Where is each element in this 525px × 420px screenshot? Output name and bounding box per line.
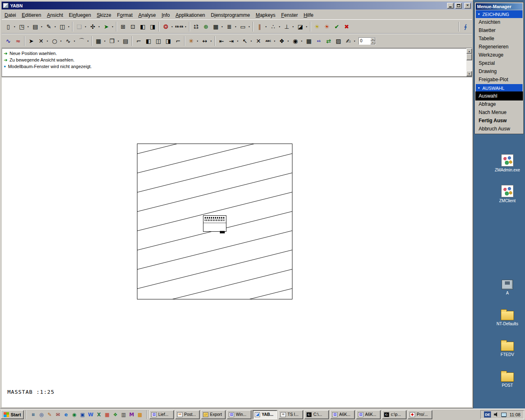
sheet-window-button[interactable]: ⊞: [119, 21, 128, 32]
eb-eb-button[interactable]: EB-EB▼: [175, 21, 187, 32]
menu-dienstprogramme[interactable]: Dienstprogramme: [208, 11, 253, 19]
dropdown-arrow-icon[interactable]: ▼: [236, 37, 240, 46]
task-c[interactable]: C:C:\...: [304, 410, 329, 419]
erase-button[interactable]: ✕▼: [37, 36, 49, 46]
notes-icon[interactable]: ✎: [46, 411, 53, 418]
scale-spinner-down-button[interactable]: ▼: [370, 41, 375, 44]
task-a6k[interactable]: ▤A6K...: [330, 410, 355, 419]
dropdown-arrow-icon[interactable]: ▼: [97, 22, 101, 31]
dropdown-arrow-icon[interactable]: ▼: [220, 22, 224, 31]
component-button[interactable]: ❑▼: [75, 21, 87, 32]
dropdown-arrow-icon[interactable]: ▼: [46, 37, 49, 46]
symbol-button[interactable]: ❖▼: [277, 36, 290, 46]
layers-button[interactable]: ≣▼: [225, 21, 237, 32]
dropdown-arrow-icon[interactable]: ▼: [53, 22, 57, 31]
palette-app-icon[interactable]: ▩: [136, 411, 144, 418]
menu-mapkeys[interactable]: Mapkeys: [253, 11, 278, 19]
volume-icon[interactable]: [494, 412, 498, 417]
decimal-digits-button[interactable]: a b 0.0: [192, 21, 201, 32]
fill-table-button[interactable]: ▤: [121, 36, 130, 46]
dropdown-arrow-icon[interactable]: ▼: [209, 37, 213, 46]
datum-points-button[interactable]: ∴▼: [269, 21, 281, 32]
dropdown-arrow-icon[interactable]: ▼: [278, 22, 281, 31]
desktop-icon-ftedv[interactable]: FTEDV: [491, 339, 524, 357]
task-yab[interactable]: ◪YAB...: [253, 410, 277, 419]
verify-deviation-button[interactable]: ≈: [14, 36, 23, 46]
annotate-button[interactable]: ✍▼: [344, 36, 356, 46]
dropdown-arrow-icon[interactable]: ▼: [67, 22, 71, 31]
maximize-button[interactable]: [455, 3, 462, 9]
menu-ansicht[interactable]: Ansicht: [44, 11, 66, 19]
grid-button[interactable]: ▦▼: [94, 36, 107, 46]
media-app-icon[interactable]: M: [128, 411, 135, 418]
attach-paperclip-button[interactable]: ∮: [461, 21, 470, 32]
dropdown-arrow-icon[interactable]: ▼: [13, 22, 16, 31]
arc-tool-button[interactable]: ⌒▼: [77, 36, 90, 46]
datum-csys-button[interactable]: ⊥▼: [282, 21, 295, 32]
dropdown-arrow-icon[interactable]: ▼: [196, 37, 199, 46]
menu-applikationen[interactable]: Applikationen: [173, 11, 208, 19]
display-tray-icon[interactable]: [501, 413, 507, 417]
desktop-icon-a[interactable]: A: [491, 278, 524, 296]
view-title-block[interactable]: [203, 215, 226, 232]
task-export[interactable]: ▱Export: [201, 410, 226, 419]
globe-button[interactable]: ⊕: [201, 21, 210, 32]
tolerance-button[interactable]: ±1: [314, 36, 323, 46]
menu-hilfe[interactable]: Hilfe: [301, 11, 316, 19]
grid-app-icon[interactable]: ▦: [103, 411, 111, 418]
dropdown-arrow-icon[interactable]: ▼: [86, 37, 90, 46]
dropdown-arrow-icon[interactable]: ▼: [249, 37, 253, 46]
mail-icon[interactable]: ✉: [54, 411, 62, 418]
dropdown-arrow-icon[interactable]: ▼: [305, 22, 308, 31]
sheet-split-button[interactable]: ◧: [138, 21, 147, 32]
internet-explorer-icon[interactable]: e: [62, 411, 70, 418]
balloon-button[interactable]: ◉▼: [291, 36, 304, 46]
spotlight-button[interactable]: ☀: [313, 21, 322, 32]
spline-tool-button[interactable]: ∿▼: [64, 36, 76, 46]
color-wheel-button[interactable]: ❂▼: [161, 21, 174, 32]
regenerate-run-button[interactable]: ➤▼: [102, 21, 114, 32]
display-window-button[interactable]: ▭▼: [238, 21, 251, 32]
dropdown-arrow-icon[interactable]: ▼: [84, 22, 87, 31]
corner-view-button[interactable]: ⌐: [134, 36, 143, 46]
save-button[interactable]: ◫▼: [58, 21, 71, 32]
dropdown-arrow-icon[interactable]: ▼: [40, 22, 43, 31]
title-bar[interactable]: YABN ✕: [2, 2, 472, 9]
snap-line-button[interactable]: ✳▼: [187, 36, 199, 46]
language-indicator[interactable]: DE: [484, 411, 491, 418]
dropdown-arrow-icon[interactable]: ▼: [103, 37, 107, 46]
new-file-button[interactable]: ▯▼: [4, 21, 16, 32]
menu-analyse[interactable]: Analyse: [135, 11, 159, 19]
menu-fenster[interactable]: Fenster: [278, 11, 301, 19]
task-win[interactable]: ▤Win...: [227, 410, 251, 419]
menu-info[interactable]: Info: [159, 11, 173, 19]
open-file-button[interactable]: ◳▼: [17, 21, 30, 32]
desktop-icon-zmadmin-exe[interactable]: ZMAdmin.exe: [491, 154, 524, 173]
task-pro[interactable]: ◆Pro/...: [408, 410, 432, 419]
drawing-canvas[interactable]: MASSTAB :1:25: [2, 77, 472, 407]
model-relations-button[interactable]: ✣▼: [88, 21, 101, 32]
corner-view-2-button[interactable]: ⌐: [173, 36, 183, 46]
move-left-button[interactable]: ⇤: [217, 36, 226, 46]
scale-spinner-up-button[interactable]: ▲: [370, 38, 375, 41]
dropdown-arrow-icon[interactable]: ▼: [116, 37, 120, 46]
desktop-icon-nt-defaults[interactable]: NT-Defaults: [491, 308, 524, 326]
dropdown-arrow-icon[interactable]: ▼: [247, 22, 251, 31]
confirm-button[interactable]: ✔: [332, 21, 341, 32]
task-lief[interactable]: ▤Lief...: [149, 410, 174, 419]
netscape-icon[interactable]: ◉: [71, 411, 78, 418]
copy-button[interactable]: ❐▼: [107, 36, 120, 46]
sheet-pane-button[interactable]: ◨: [148, 21, 157, 32]
close-button[interactable]: ✕: [464, 3, 471, 9]
datum-planes-button[interactable]: ◪▼: [296, 21, 308, 32]
task-a6k[interactable]: ▤A6K...: [356, 410, 381, 419]
dimension-button[interactable]: ↔▼: [200, 36, 213, 46]
datum-axes-button[interactable]: ∥▼: [255, 21, 268, 32]
update-swap-button[interactable]: ⇄: [324, 36, 333, 46]
terminal-icon[interactable]: ▥: [120, 411, 127, 418]
menu-datei[interactable]: Datei: [2, 11, 19, 19]
sheet-lock-button[interactable]: ⊡: [128, 21, 137, 32]
task-ts-i[interactable]: ≡TS I...: [278, 410, 303, 419]
verify-curvature-button[interactable]: ∿: [4, 36, 13, 46]
scroll-thumb[interactable]: [466, 54, 472, 60]
